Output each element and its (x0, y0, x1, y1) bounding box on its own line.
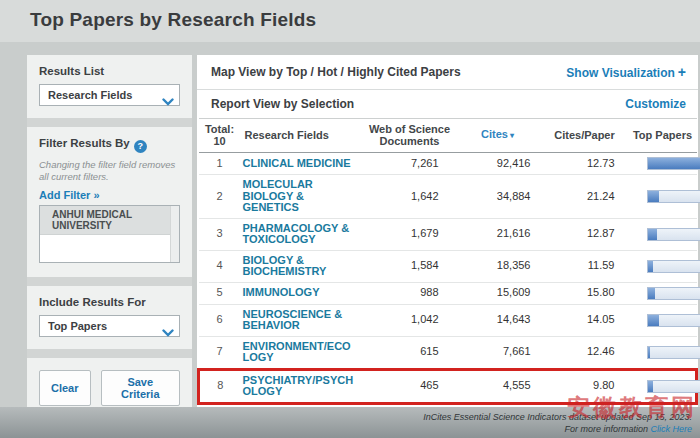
results-list-select[interactable]: Research Fields (39, 84, 180, 106)
docs-value: 7,261 (365, 153, 455, 175)
row-rank: 5 (199, 282, 241, 304)
total-header: Total: 10 (199, 119, 241, 153)
field-link[interactable]: CLINICAL MEDICINE (243, 158, 355, 170)
page-title: Top Papers by Research Fields (30, 9, 316, 31)
cites-per-paper-value: 12.87 (541, 218, 629, 250)
results-list-section: Results List Research Fields (27, 55, 192, 118)
row-rank: 6 (199, 304, 241, 336)
table-row: 3 PHARMACOLOGY & TOXICOLOGY 1,679 21,616… (199, 218, 697, 250)
row-rank: 8 (199, 369, 241, 403)
field-link[interactable]: ENVIRONMENT/ECOLOGY (243, 341, 355, 364)
top-papers-bar: 2 (647, 346, 700, 359)
cites-per-paper-value: 11.59 (541, 250, 629, 282)
table-row: 4 BIOLOGY & BIOCHEMISTRY 1,584 18,356 11… (199, 250, 697, 282)
include-results-section: Include Results For Top Papers (27, 286, 192, 349)
filter-listbox: ANHUI MEDICAL UNIVERSITY (39, 205, 180, 263)
footer-band: InCites Essential Science Indicators dat… (0, 407, 700, 438)
filter-section: Filter Results By? Changing the filter f… (27, 127, 192, 277)
cites-per-paper-value: 14.05 (541, 304, 629, 336)
field-link[interactable]: BIOLOGY & BIOCHEMISTRY (243, 255, 355, 278)
esi-page: Top Papers by Research Fields Results Li… (0, 0, 700, 438)
field-link[interactable]: PSYCHIATRY/PSYCHOLOGY (243, 375, 355, 398)
docs-value: 1,642 (365, 175, 455, 219)
top-papers-bar: 12 (647, 314, 700, 327)
cites-per-paper-value: 12.73 (541, 153, 629, 175)
top-papers-bar: 78 (647, 157, 700, 170)
customize-link[interactable]: Customize (625, 97, 686, 111)
click-here-link[interactable]: Click Here (650, 424, 692, 434)
dataset-updated-text: InCites Essential Science Indicators dat… (0, 411, 692, 423)
research-fields-header: Research Fields (241, 119, 365, 153)
row-rank: 2 (199, 175, 241, 219)
wos-documents-header[interactable]: Web of Science Documents (365, 119, 455, 153)
row-rank: 3 (199, 218, 241, 250)
more-info-text: For more information Click Here (0, 423, 692, 435)
plus-icon: + (678, 64, 686, 80)
cites-per-paper-value: 12.46 (541, 336, 629, 369)
cites-value: 21,616 (455, 218, 541, 250)
filter-option-selected[interactable]: ANHUI MEDICAL UNIVERSITY (40, 206, 170, 235)
table-row: 6 NEUROSCIENCE & BEHAVIOR 1,042 14,643 1… (199, 304, 697, 336)
chevron-down-icon (162, 323, 174, 341)
cites-per-paper-value: 15.80 (541, 282, 629, 304)
cites-value: 15,609 (455, 282, 541, 304)
table-row: 2 MOLECULAR BIOLOGY & GENETICS 1,642 34,… (199, 175, 697, 219)
sort-desc-icon: ▾ (510, 131, 514, 140)
cites-value: 4,555 (455, 369, 541, 403)
results-table: Total: 10 Research Fields Web of Science… (197, 118, 698, 438)
include-results-select[interactable]: Top Papers (39, 315, 180, 337)
docs-value: 1,584 (365, 250, 455, 282)
filter-note: Changing the filter field removes all cu… (39, 159, 180, 182)
docs-value: 1,679 (365, 218, 455, 250)
table-header-row: Total: 10 Research Fields Web of Science… (199, 119, 697, 153)
show-visualization-link[interactable]: Show Visualization+ (566, 64, 686, 80)
top-papers-bar: 5 (647, 260, 700, 273)
map-view-title: Map View by Top / Hot / Highly Cited Pap… (211, 65, 461, 79)
cites-per-paper-header[interactable]: Cites/Paper (541, 119, 629, 153)
add-filter-link[interactable]: Add Filter » (39, 189, 180, 201)
cites-per-paper-value: 9.80 (541, 369, 629, 403)
cites-value: 92,416 (455, 153, 541, 175)
cites-value: 18,356 (455, 250, 541, 282)
include-results-value: Top Papers (48, 320, 107, 332)
chevron-down-icon (162, 92, 174, 110)
top-papers-bar: 12 (647, 190, 700, 203)
report-view-title: Report View by Selection (211, 97, 354, 111)
map-view-bar: Map View by Top / Hot / Highly Cited Pap… (197, 55, 698, 90)
table-row: 7 ENVIRONMENT/ECOLOGY 615 7,661 12.46 2 (199, 336, 697, 369)
field-link[interactable]: IMMUNOLOGY (243, 287, 355, 299)
docs-value: 988 (365, 282, 455, 304)
listbox-scrollbar[interactable] (170, 206, 179, 262)
top-papers-bar: 10 (647, 228, 700, 241)
sidebar: Results List Research Fields Filter Resu… (27, 55, 192, 402)
top-papers-bar: 6 (647, 380, 700, 393)
report-view-bar: Report View by Selection Customize (197, 90, 698, 118)
docs-value: 615 (365, 336, 455, 369)
row-rank: 1 (199, 153, 241, 175)
cites-header[interactable]: Cites▾ (455, 119, 541, 153)
results-list-label: Results List (39, 65, 180, 77)
cites-value: 14,643 (455, 304, 541, 336)
field-link[interactable]: PHARMACOLOGY & TOXICOLOGY (243, 223, 355, 246)
cites-value: 7,661 (455, 336, 541, 369)
docs-value: 465 (365, 369, 455, 403)
top-papers-bar: 8 (647, 287, 700, 300)
docs-value: 1,042 (365, 304, 455, 336)
row-rank: 4 (199, 250, 241, 282)
filter-heading: Filter Results By? (39, 137, 180, 153)
top-papers-header[interactable]: Top Papers (629, 119, 697, 153)
row-rank: 7 (199, 336, 241, 369)
clear-button[interactable]: Clear (39, 370, 91, 406)
field-link[interactable]: MOLECULAR BIOLOGY & GENETICS (243, 179, 355, 214)
save-criteria-button[interactable]: Save Criteria (101, 370, 180, 406)
table-row: 1 CLINICAL MEDICINE 7,261 92,416 12.73 7… (199, 153, 697, 175)
table-row: 5 IMMUNOLOGY 988 15,609 15.80 8 (199, 282, 697, 304)
field-link[interactable]: NEUROSCIENCE & BEHAVIOR (243, 309, 355, 332)
help-icon[interactable]: ? (134, 140, 147, 153)
main-panel: Map View by Top / Hot / Highly Cited Pap… (197, 55, 698, 407)
title-bar: Top Papers by Research Fields (0, 0, 700, 42)
include-results-label: Include Results For (39, 296, 180, 308)
table-row-highlighted: 8 PSYCHIATRY/PSYCHOLOGY 465 4,555 9.80 6 (199, 369, 697, 403)
cites-value: 34,884 (455, 175, 541, 219)
cites-per-paper-value: 21.24 (541, 175, 629, 219)
